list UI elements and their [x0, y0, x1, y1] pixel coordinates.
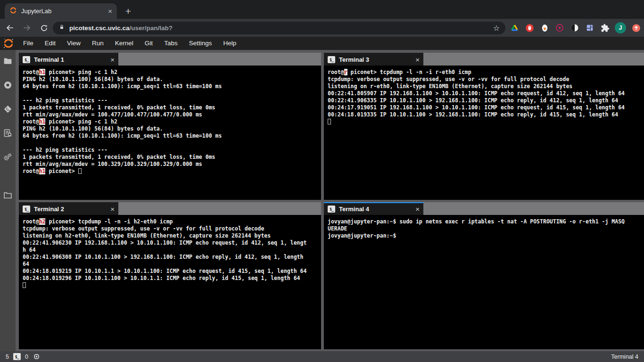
terminal-line [23, 140, 317, 147]
terminal-line: 00:22:41.906230 IP 192.168.1.100 > 10.10… [23, 239, 317, 247]
terminal-line: 64 bytes from h2 (10.10.1.100): icmp_seq… [23, 83, 317, 90]
status-bar: 5 $_ 0 Terminal 4 [0, 351, 644, 362]
terminal-line: 00:22:41.906308 IP 10.10.1.100 > 192.168… [23, 254, 317, 261]
tab-title: Terminal 4 [339, 206, 412, 213]
tab-terminal-2[interactable]: $_ Terminal 2 × [19, 202, 118, 215]
url-domain: picotest.csc.uvic.ca [69, 25, 130, 32]
terminal-line: 00:24:18.019335 IP 10.10.1.100 > 192.168… [328, 111, 640, 118]
new-tab-button[interactable]: + [122, 5, 135, 18]
host-highlight: r [344, 69, 347, 75]
terminal-line: 00:24:18.019296 IP 10.10.1.100 > 10.10.1… [23, 275, 317, 282]
terminal-3-panel: $_ Terminal 3 × root@r piconet> tcpdump … [324, 53, 644, 200]
terminal-line: PING h2 (10.10.1.100) 56(84) bytes of da… [23, 125, 317, 132]
terminal-line: rtt min/avg/max/mdev = 100.477/100.477/1… [23, 111, 317, 118]
terminal-line [328, 118, 640, 125]
terminal-line: --- h2 ping statistics --- [23, 97, 317, 104]
lock-icon [58, 24, 65, 33]
kernel-chip-icon[interactable] [33, 353, 41, 361]
property-inspector-icon[interactable] [3, 128, 13, 138]
close-icon[interactable]: × [110, 206, 115, 213]
terminal-line: root@h1 piconet> ping -c 1 h2 [23, 118, 317, 125]
close-icon[interactable]: × [110, 56, 115, 63]
terminal-1-output[interactable]: root@h1 piconet> ping -c 1 h2PING h2 (10… [19, 66, 321, 200]
terminal-4-output[interactable]: jovyan@jupyter-pan:~$ sudo ip netns exec… [324, 215, 644, 349]
terminal-line: 1 packets transmitted, 1 received, 0% pa… [23, 104, 317, 111]
git-icon[interactable] [3, 104, 13, 114]
url-bar[interactable]: picotest.csc.uvic.ca/user/pan/lab? ☆ [53, 22, 505, 34]
terminal-line: UERADE [328, 225, 640, 232]
terminal-line: --- h2 ping statistics --- [23, 147, 317, 154]
terminal-icon: $_ [328, 56, 335, 63]
profile-avatar[interactable]: J [615, 22, 626, 33]
adblock-icon[interactable] [524, 23, 535, 33]
terminal-3-output[interactable]: root@r piconet> tcpdump -l -n -i r-eth0 … [324, 66, 644, 200]
terminal-cursor [328, 119, 331, 124]
update-arrow-icon[interactable] [631, 23, 641, 33]
bookmark-star-icon[interactable]: ☆ [493, 24, 500, 33]
file-browser-icon[interactable] [3, 56, 13, 66]
terminal-line: 64 [23, 261, 317, 268]
tab-title: Terminal 2 [34, 206, 107, 213]
jupyter-logo [2, 38, 15, 49]
terminal-line: root@h1 piconet> [23, 168, 317, 175]
forward-icon[interactable] [20, 21, 34, 35]
dark-reader-icon[interactable] [570, 23, 580, 33]
tab-terminal-3[interactable]: $_ Terminal 3 × [324, 53, 423, 66]
terminals-count[interactable]: 5 [6, 354, 9, 360]
browser-tab-title: JupyterLab [21, 8, 104, 15]
reload-icon[interactable] [37, 21, 51, 35]
extensions-puzzle-icon[interactable] [600, 23, 610, 33]
menu-item-settings[interactable]: Settings [183, 40, 218, 47]
menu-item-view[interactable]: View [61, 40, 86, 47]
terminal-icon[interactable]: $_ [13, 353, 21, 360]
menu-item-help[interactable]: Help [217, 40, 242, 47]
menu-item-kernel[interactable]: Kernel [109, 40, 139, 47]
terminal-line: 00:22:41.906335 IP 10.10.1.100 > 192.168… [328, 97, 640, 104]
jupyter-favicon [9, 7, 17, 16]
terminal-line: tcpdump: verbose output suppressed, use … [328, 76, 640, 83]
terminal-cursor [78, 168, 82, 174]
tab-terminal-4[interactable]: $_ Terminal 4 × [324, 202, 423, 215]
url-path: /user/pan/lab? [130, 25, 173, 32]
google-drive-icon[interactable] [509, 23, 520, 33]
running-sessions-icon[interactable] [3, 80, 13, 90]
video-play-icon[interactable] [554, 23, 565, 33]
tab-title: Terminal 3 [339, 56, 412, 63]
proxy-egg-icon[interactable] [539, 23, 550, 33]
jupyterlab-menubar: FileEditViewRunKernelGitTabsSettingsHelp [0, 37, 644, 50]
terminal-line: root@h1 piconet> ping -c 1 h2 [23, 69, 317, 76]
tab-close-icon[interactable]: × [108, 8, 112, 15]
close-icon[interactable]: × [415, 206, 420, 213]
tab-title: Terminal 1 [34, 56, 107, 63]
terminal-line: listening on h2-eth0, link-type EN10MB (… [23, 232, 317, 239]
settings-gears-icon[interactable] [3, 152, 13, 162]
terminal-line: 00:24:18.019219 IP 10.10.1.1 > 10.10.1.1… [23, 268, 317, 275]
terminal-line: 64 bytes from h2 (10.10.1.100): icmp_seq… [23, 132, 317, 140]
menu-item-run[interactable]: Run [86, 40, 109, 47]
terminal-2-panel: $_ Terminal 2 × root@h2 piconet> tcpdump… [19, 202, 321, 349]
menu-items: FileEditViewRunKernelGitTabsSettingsHelp [17, 37, 242, 50]
back-icon[interactable] [3, 21, 17, 35]
terminal-4-tabbar: $_ Terminal 4 × [324, 202, 644, 215]
browser-toolbar: picotest.csc.uvic.ca/user/pan/lab? ☆ [0, 19, 644, 37]
browser-tabstrip: JupyterLab × + [0, 0, 644, 19]
statusbar-active-title: Terminal 4 [611, 354, 638, 360]
open-tabs-icon[interactable] [3, 190, 13, 200]
close-icon[interactable]: × [415, 56, 420, 63]
terminal-icon: $_ [23, 56, 30, 63]
menu-item-file[interactable]: File [17, 40, 39, 47]
left-sidebar [0, 50, 16, 351]
browser-tab-jupyterlab[interactable]: JupyterLab × [5, 3, 117, 19]
kernels-count[interactable]: 0 [25, 354, 28, 360]
host-highlight: h1 [39, 168, 46, 174]
tab-grid-icon[interactable] [585, 23, 595, 33]
menu-item-edit[interactable]: Edit [39, 40, 61, 47]
terminal-line [23, 90, 317, 97]
menu-item-tabs[interactable]: Tabs [158, 40, 183, 47]
terminal-2-output[interactable]: root@h2 piconet> tcpdump -l -n -i h2-eth… [19, 215, 321, 349]
tab-terminal-1[interactable]: $_ Terminal 1 × [19, 53, 118, 66]
terminal-1-panel: $_ Terminal 1 × root@h1 piconet> ping -c… [19, 53, 321, 200]
host-highlight: h1 [39, 69, 46, 75]
menu-item-git[interactable]: Git [139, 40, 158, 47]
terminal-line: 1 packets transmitted, 1 received, 0% pa… [23, 154, 317, 161]
